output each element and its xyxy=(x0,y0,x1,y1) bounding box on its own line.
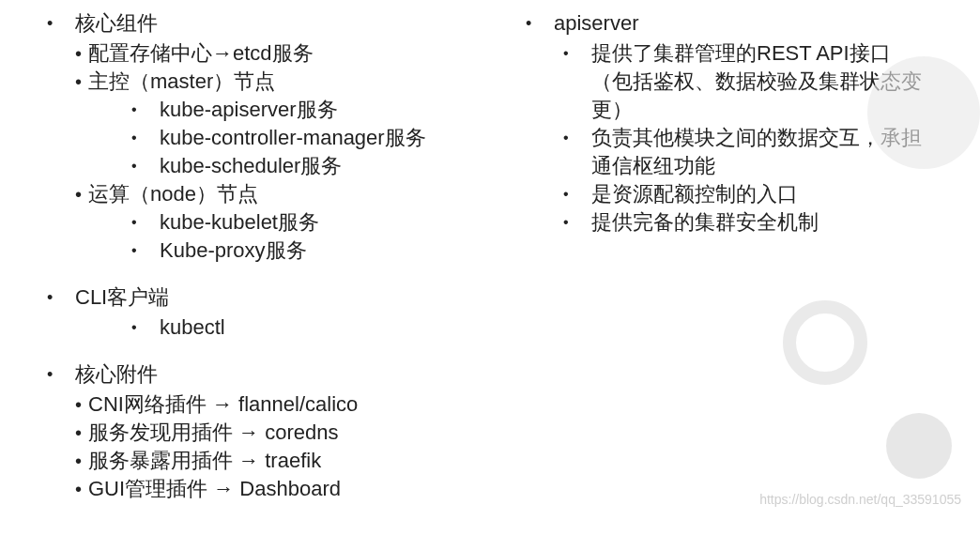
bullet-icon: • xyxy=(131,237,160,265)
item-text: Kube-proxy服务 xyxy=(160,237,307,265)
item-text: kube-controller-manager服务 xyxy=(160,124,426,152)
watermark-text: https://blog.csdn.net/qq_33591055 xyxy=(759,492,961,507)
bullet-icon: • xyxy=(47,9,75,38)
bullet-icon: • xyxy=(563,180,591,208)
item-text: kube-scheduler服务 xyxy=(160,152,342,180)
list-item: • kube-apiserver服务 xyxy=(47,96,507,124)
bullet-icon: • xyxy=(131,208,160,237)
list-item: • 服务发现用插件 → coredns xyxy=(47,419,507,447)
list-item: • CLI客户端 xyxy=(47,283,507,312)
content-columns: • 核心组件 • 配置存储中心→etcd服务 • 主控（master）节点 • … xyxy=(0,9,980,503)
bullet-icon: • xyxy=(75,475,88,503)
item-text: 运算（node）节点 xyxy=(88,180,258,208)
bullet-icon: • xyxy=(75,419,88,447)
bullet-icon: • xyxy=(131,124,160,152)
list-item: • 核心组件 xyxy=(47,9,507,38)
bullet-icon: • xyxy=(131,152,160,180)
list-item: • GUI管理插件 → Dashboard xyxy=(47,475,507,503)
bullet-icon: • xyxy=(131,96,160,124)
bullet-icon: • xyxy=(47,360,75,389)
item-text: kube-apiserver服务 xyxy=(160,96,338,124)
list-item: • 运算（node）节点 xyxy=(47,180,507,208)
list-item: • 是资源配额控制的入口 xyxy=(526,180,957,208)
item-text: GUI管理插件 → Dashboard xyxy=(88,475,341,503)
decorative-circle xyxy=(867,56,980,169)
item-text: 核心附件 xyxy=(75,360,158,389)
list-item: • kube-kubelet服务 xyxy=(47,208,507,237)
list-item: • Kube-proxy服务 xyxy=(47,237,507,265)
list-item: • CNI网络插件 → flannel/calico xyxy=(47,390,507,419)
bullet-icon: • xyxy=(563,208,591,237)
bullet-icon: • xyxy=(526,9,554,38)
list-item: • 服务暴露用插件 → traefik xyxy=(47,447,507,475)
list-item: • kubectl xyxy=(47,313,507,342)
item-text: apiserver xyxy=(554,9,638,38)
item-text: 服务发现用插件 → coredns xyxy=(88,419,339,447)
decorative-ring xyxy=(783,300,867,385)
list-item: • 核心附件 xyxy=(47,360,507,389)
item-text: CNI网络插件 → flannel/calico xyxy=(88,390,358,419)
bullet-icon: • xyxy=(75,39,88,68)
list-item: • kube-scheduler服务 xyxy=(47,152,507,180)
bullet-icon: • xyxy=(131,313,160,342)
bullet-icon: • xyxy=(75,180,88,208)
list-item: • apiserver xyxy=(526,9,957,38)
item-text: 服务暴露用插件 → traefik xyxy=(88,447,321,475)
bullet-icon: • xyxy=(75,390,88,419)
item-text: 提供完备的集群安全机制 xyxy=(591,208,819,237)
item-text: 主控（master）节点 xyxy=(88,68,275,96)
item-text: 核心组件 xyxy=(75,9,158,38)
item-text: CLI客户端 xyxy=(75,283,169,312)
bullet-icon: • xyxy=(563,39,591,68)
bullet-icon: • xyxy=(75,68,88,96)
list-item: • 配置存储中心→etcd服务 xyxy=(47,39,507,68)
bullet-icon: • xyxy=(47,283,75,312)
item-text: 是资源配额控制的入口 xyxy=(591,180,798,208)
item-text: kubectl xyxy=(160,313,225,342)
decorative-circle-small xyxy=(886,413,952,479)
item-text: kube-kubelet服务 xyxy=(160,208,319,237)
bullet-icon: • xyxy=(75,447,88,475)
item-text: 配置存储中心→etcd服务 xyxy=(88,39,314,68)
list-item: • kube-controller-manager服务 xyxy=(47,124,507,152)
left-column: • 核心组件 • 配置存储中心→etcd服务 • 主控（master）节点 • … xyxy=(0,9,507,503)
bullet-icon: • xyxy=(563,124,591,152)
list-item: • 主控（master）节点 xyxy=(47,68,507,96)
list-item: • 提供完备的集群安全机制 xyxy=(526,208,957,237)
